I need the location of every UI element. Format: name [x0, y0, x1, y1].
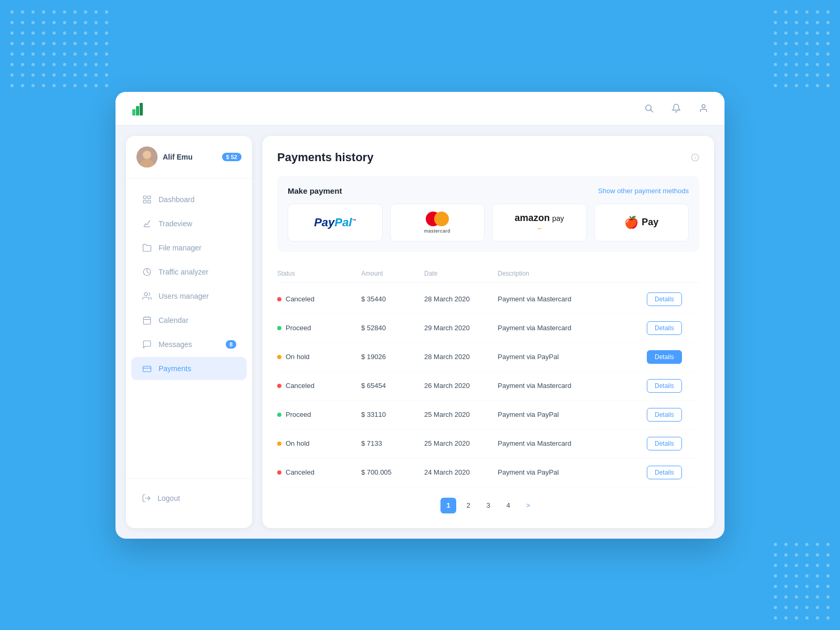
- status-text: Proceed: [286, 324, 311, 332]
- details-button[interactable]: Details: [647, 379, 682, 393]
- table-row: Proceed $ 52840 29 March 2020 Payment vi…: [277, 314, 699, 343]
- status-cell: On hold: [277, 353, 361, 361]
- details-button[interactable]: Details: [647, 292, 682, 306]
- svg-point-19: [144, 292, 148, 296]
- status-dot-green: [277, 326, 281, 330]
- sidebar-item-tradeview[interactable]: Tradeview: [131, 212, 247, 235]
- svg-rect-0: [132, 109, 135, 116]
- user-balance-badge: $ 52: [222, 153, 242, 161]
- logout-button[interactable]: Logout: [131, 487, 247, 509]
- status-dot-red: [277, 384, 281, 388]
- page-2-button[interactable]: 2: [460, 498, 476, 513]
- table-row: Canceled $ 700.005 24 March 2020 Payment…: [277, 458, 699, 487]
- table-body: Canceled $ 35440 28 March 2020 Payment v…: [277, 285, 699, 487]
- details-button[interactable]: Details: [647, 350, 682, 364]
- notifications-button[interactable]: [668, 100, 685, 117]
- action-cell: Details: [647, 408, 699, 422]
- details-button[interactable]: Details: [647, 437, 682, 450]
- payments-table: Status Amount Date Description Canceled …: [277, 265, 699, 487]
- status-dot-yellow: [277, 355, 281, 359]
- action-cell: Details: [647, 350, 699, 364]
- sidebar-item-file-manager[interactable]: File manager: [131, 236, 247, 259]
- logo-area: [128, 99, 640, 118]
- main-content: Payments history Make payment Show other…: [262, 136, 714, 528]
- svg-line-15: [147, 222, 149, 225]
- date-cell: 25 March 2020: [424, 439, 498, 447]
- mastercard-card[interactable]: mastercard: [390, 204, 485, 242]
- svg-rect-24: [143, 366, 151, 372]
- amount-cell: $ 65454: [361, 382, 424, 390]
- amount-cell: $ 19026: [361, 353, 424, 361]
- sidebar-label-tradeview: Tradeview: [159, 219, 192, 228]
- paypal-card[interactable]: PayPal™: [288, 204, 383, 242]
- svg-line-4: [650, 110, 653, 112]
- status-text: On hold: [286, 439, 310, 447]
- action-cell: Details: [647, 379, 699, 393]
- date-cell: 26 March 2020: [424, 382, 498, 390]
- svg-rect-20: [143, 317, 151, 324]
- search-button[interactable]: [640, 100, 657, 117]
- amazon-pay-logo: amazon pay ⌣: [514, 213, 564, 233]
- date-cell: 25 March 2020: [424, 411, 498, 418]
- logout-section: Logout: [126, 478, 252, 518]
- payment-cards-grid: PayPal™ mastercard: [288, 204, 689, 242]
- description-cell: Payment via Mastercard: [498, 439, 647, 447]
- table-row: On hold $ 19026 28 March 2020 Payment vi…: [277, 343, 699, 372]
- header-actions: [640, 100, 712, 117]
- sidebar: Alif Emu $ 52 Dashboard: [126, 136, 252, 528]
- payment-methods-header: Make payment Show other payment methods: [288, 186, 689, 195]
- sidebar-label-calendar: Calendar: [159, 316, 188, 324]
- sidebar-item-dashboard[interactable]: Dashboard: [131, 188, 247, 211]
- status-cell: Canceled: [277, 382, 361, 390]
- user-section: Alif Emu $ 52: [126, 146, 252, 178]
- date-cell: 24 March 2020: [424, 468, 498, 476]
- status-cell: Canceled: [277, 295, 361, 303]
- status-dot-red: [277, 297, 281, 301]
- status-text: Canceled: [286, 295, 314, 303]
- status-cell: Proceed: [277, 324, 361, 332]
- col-amount: Amount: [361, 270, 424, 277]
- sidebar-item-users-manager[interactable]: Users manager: [131, 285, 247, 308]
- status-dot-green: [277, 413, 281, 417]
- pagination: 1 2 3 4 >: [277, 498, 699, 513]
- details-button[interactable]: Details: [647, 466, 682, 479]
- page-3-button[interactable]: 3: [480, 498, 496, 513]
- payments-icon: [142, 363, 152, 374]
- sidebar-item-messages[interactable]: Messages 8: [131, 333, 247, 356]
- status-dot-yellow: [277, 442, 281, 446]
- payment-methods-section: Make payment Show other payment methods …: [277, 176, 699, 252]
- sidebar-label-users-manager: Users manager: [159, 292, 209, 300]
- apple-pay-card[interactable]: 🍎 Pay: [594, 204, 689, 242]
- paypal-logo: PayPal™: [314, 216, 356, 229]
- sidebar-label-file-manager: File manager: [159, 244, 202, 252]
- traffic-analyzer-icon: [142, 267, 152, 277]
- description-cell: Payment via Mastercard: [498, 382, 647, 390]
- pagination-next-button[interactable]: >: [520, 498, 536, 513]
- action-cell: Details: [647, 321, 699, 335]
- page-4-button[interactable]: 4: [500, 498, 516, 513]
- page-1-button[interactable]: 1: [440, 498, 456, 513]
- dashboard-icon: [142, 194, 152, 205]
- messages-badge: 8: [226, 340, 236, 349]
- svg-point-7: [143, 151, 151, 159]
- svg-line-16: [149, 220, 150, 222]
- info-icon[interactable]: [691, 153, 699, 162]
- page-title: Payments history: [277, 151, 373, 164]
- show-other-payment-methods-link[interactable]: Show other payment methods: [598, 187, 689, 195]
- table-row: Canceled $ 35440 28 March 2020 Payment v…: [277, 285, 699, 314]
- amazon-pay-card[interactable]: amazon pay ⌣: [492, 204, 587, 242]
- sidebar-item-traffic-analyzer[interactable]: Traffic analyzer: [131, 260, 247, 284]
- sidebar-label-payments: Payments: [159, 364, 191, 373]
- avatar: [136, 146, 158, 167]
- sidebar-item-payments[interactable]: Payments: [131, 357, 247, 380]
- details-button[interactable]: Details: [647, 321, 682, 335]
- file-manager-icon: [142, 243, 152, 253]
- users-manager-icon: [142, 291, 152, 301]
- col-action: [647, 270, 699, 277]
- profile-button[interactable]: [695, 100, 712, 117]
- date-cell: 28 March 2020: [424, 353, 498, 361]
- table-row: Canceled $ 65454 26 March 2020 Payment v…: [277, 372, 699, 401]
- details-button[interactable]: Details: [647, 408, 682, 422]
- svg-rect-10: [148, 196, 151, 198]
- sidebar-item-calendar[interactable]: Calendar: [131, 309, 247, 332]
